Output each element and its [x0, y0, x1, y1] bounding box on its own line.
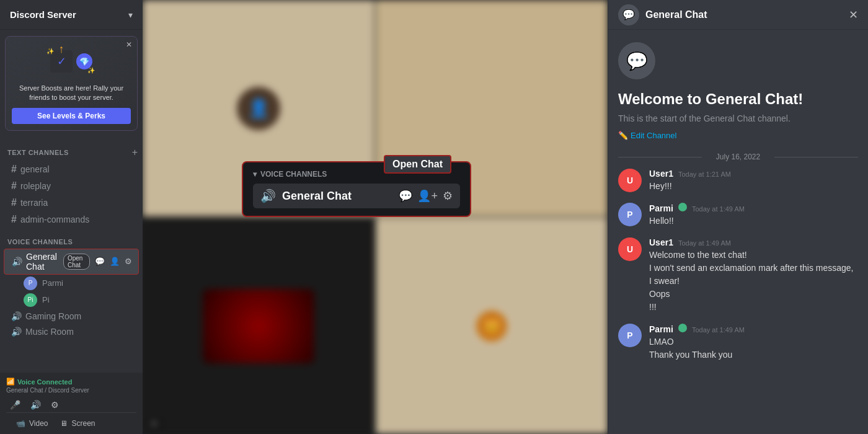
volume-icon: 🔊 [260, 188, 276, 203]
voice-channels-label: VOICE CHANNELS [7, 238, 73, 246]
channel-gaming-room[interactable]: 🔊 Gaming Room [4, 309, 139, 324]
video-grid: 👤 Pi 🐱 [143, 0, 608, 434]
text-channels-label: TEXT CHANNELS [7, 149, 69, 156]
signal-icon: 📶 [6, 378, 15, 386]
date-divider: July 16, 2022 [618, 153, 858, 161]
channel-name: admin-commands [20, 215, 89, 224]
boost-banner-image: ✓ ↑ 💎 ✨ ✨ [46, 43, 96, 80]
message-header: User1 Today at 1:21 AM [649, 169, 858, 179]
avatar: U [618, 169, 642, 192]
channel-terraria[interactable]: # terraria [4, 195, 139, 211]
voice-status-bar: 📶 Voice Connected General Chat / Discord… [0, 373, 143, 434]
add-person-icon[interactable]: 👤+ [417, 189, 438, 203]
message-author: Parmi [649, 324, 673, 334]
channel-icon: 💬 [618, 4, 639, 25]
avatar: Pi [24, 293, 37, 307]
welcome-desc: This is the start of the General Chat ch… [618, 113, 858, 123]
video-icon: 📹 [16, 419, 25, 428]
boost-banner: ✕ ✓ ↑ 💎 ✨ ✨ Server Boosts are here! Rall… [5, 36, 138, 131]
voice-user-parmi: P Parmi [4, 275, 139, 291]
channel-section: TEXT CHANNELS + # general # roleplay # t… [0, 137, 143, 373]
message-group-2: P Parmi Today at 1:49 AM Hello!! [618, 203, 858, 228]
speaker-icon: 🔊 [11, 327, 22, 337]
speaker-icon: 🔊 [11, 311, 22, 321]
channel-general[interactable]: # general [4, 161, 139, 177]
screen-button[interactable]: 🖥 Screen [55, 417, 100, 430]
video-preview [203, 289, 314, 363]
open-chat-badge: Open Chat [63, 254, 90, 270]
message-group-1: U User1 Today at 1:21 AM Hey!!! [618, 169, 858, 193]
avatar: P [618, 324, 642, 347]
avatar: P [24, 277, 37, 290]
speaker-icon: 🔊 [12, 257, 22, 267]
channel-admin-commands[interactable]: # admin-commands [4, 211, 139, 228]
deafen-button[interactable]: 🔊 [27, 397, 45, 412]
tooltip-channel-row[interactable]: 🔊 General Chat 💬 👤+ ⚙ [253, 184, 460, 208]
open-chat-label: Open Chat [384, 155, 451, 174]
connected-label: Voice Connected [17, 378, 72, 386]
message-text: Hello!! [649, 215, 858, 228]
server-name: Discord Server [10, 9, 76, 20]
voice-channels-tooltip: ▾ VOICE CHANNELS 🔊 General Chat 💬 👤+ ⚙ O… [242, 161, 471, 217]
edit-channel-link[interactable]: ✏️ Edit Channel [618, 131, 858, 140]
tooltip-action-buttons: 💬 👤+ ⚙ [399, 189, 453, 203]
voice-channels-header[interactable]: VOICE CHANNELS [0, 228, 143, 248]
message-content: Parmi Today at 1:49 AM LMAOThank you Tha… [649, 324, 858, 361]
date-text: July 16, 2022 [716, 153, 760, 161]
rp-channel-name: General Chat [645, 9, 843, 20]
message-text: Hey!!! [649, 180, 858, 193]
tooltip-section-label: VOICE CHANNELS [260, 170, 327, 179]
channel-general-chat[interactable]: 🔊 General Chat Open Chat 💬 👤 ⚙ [4, 249, 139, 275]
chat-icon[interactable]: 💬 [94, 255, 106, 267]
close-icon[interactable]: ✕ [126, 40, 132, 49]
see-levels-perks-button[interactable]: See Levels & Perks [12, 108, 131, 124]
video-button[interactable]: 📹 Video [11, 417, 53, 430]
message-header: User1 Today at 1:49 AM [649, 237, 858, 247]
verified-badge [678, 324, 687, 332]
add-text-channel-icon[interactable]: + [132, 147, 138, 158]
edit-channel-label: Edit Channel [631, 131, 676, 140]
channel-action-icons: 💬 👤 ⚙ [94, 255, 133, 267]
message-content: User1 Today at 1:21 AM Hey!!! [649, 169, 858, 193]
channel-roleplay[interactable]: # roleplay [4, 178, 139, 194]
mute-button[interactable]: 🎤 [6, 397, 24, 412]
channel-name: terraria [20, 198, 48, 208]
message-author: Parmi [649, 203, 673, 213]
text-channels-header[interactable]: TEXT CHANNELS + [0, 137, 143, 161]
sidebar: Discord Server ▾ ✕ ✓ ↑ 💎 ✨ ✨ Server Boos… [0, 0, 143, 434]
screen-icon: 🖥 [60, 419, 68, 428]
hash-icon: # [11, 164, 17, 175]
hash-icon: # [11, 180, 17, 192]
voice-connected-status: 📶 Voice Connected [6, 378, 136, 386]
video-tile-4: 🐱 [376, 218, 608, 434]
settings-icon[interactable]: ⚙ [123, 255, 133, 267]
settings-button[interactable]: ⚙ [47, 397, 63, 412]
hash-icon: # [11, 197, 17, 208]
close-panel-icon[interactable]: ✕ [849, 8, 858, 22]
video-label: Video [29, 419, 48, 428]
channel-music-room[interactable]: 🔊 Music Room [4, 324, 139, 339]
connected-channel-info: General Chat / Discord Server [6, 387, 136, 394]
gear-icon[interactable]: ⚙ [443, 189, 453, 203]
welcome-title: Welcome to General Chat! [618, 89, 858, 108]
user-name: Pi [42, 295, 50, 304]
boost-banner-text: Server Boosts are here! Rally your frien… [12, 84, 131, 103]
message-author: User1 [649, 237, 673, 247]
message-header: Parmi Today at 1:49 AM [649, 203, 858, 213]
chevron-icon: ▾ [253, 170, 257, 179]
voice-bottom-actions: 🎤 🔊 ⚙ [6, 397, 136, 412]
right-panel-header: 💬 General Chat ✕ [608, 0, 868, 30]
right-panel-body: 💬 Welcome to General Chat! This is the s… [608, 30, 868, 434]
voice-channel-name: General Chat [26, 252, 57, 272]
message-timestamp: Today at 1:49 AM [692, 205, 745, 213]
voice-channel-name: Gaming Room [25, 311, 81, 321]
hash-icon: # [11, 214, 17, 225]
server-header[interactable]: Discord Server ▾ [0, 0, 143, 30]
chat-icon[interactable]: 💬 [399, 189, 412, 203]
message-header: Parmi Today at 1:49 AM [649, 324, 858, 334]
message-author: User1 [649, 169, 673, 179]
video-screen-row: 📹 Video 🖥 Screen [6, 412, 136, 434]
add-member-icon[interactable]: 👤 [108, 255, 121, 267]
welcome-icon: 💬 [618, 42, 655, 79]
avatar: U [618, 237, 642, 261]
